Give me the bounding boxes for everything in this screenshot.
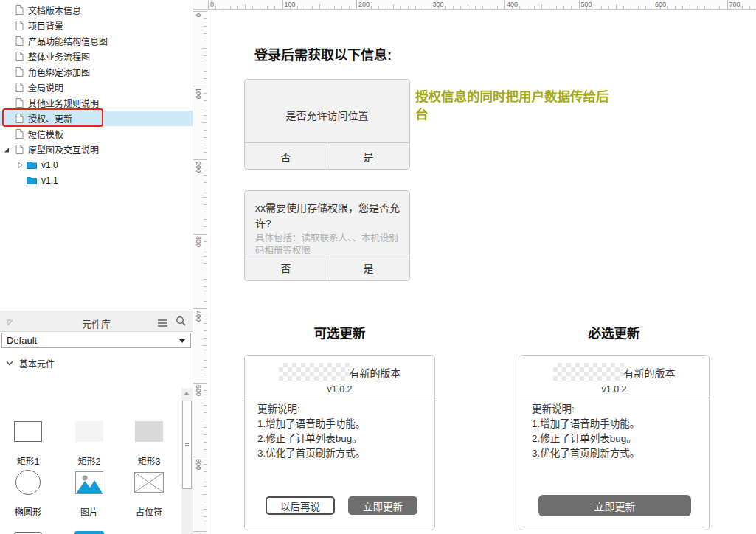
widget-thumbnail bbox=[15, 469, 41, 496]
tree-item-label: 文档版本信息 bbox=[28, 4, 81, 16]
library-select-dropdown[interactable]: Default bbox=[1, 333, 191, 348]
page-icon bbox=[14, 36, 24, 46]
widget-rect-light[interactable]: 矩形2 bbox=[61, 420, 117, 467]
location-permission-dialog[interactable]: 是否允许访问位置 否 是 bbox=[244, 79, 410, 170]
version-text: v1.0.2 bbox=[519, 384, 709, 395]
widget-thumbnail: BUTTON bbox=[14, 530, 42, 534]
note-line: 2.修正了订单列表bug。 bbox=[532, 431, 639, 446]
tree-item-8[interactable]: 短信模板 bbox=[0, 126, 193, 142]
widget-thumbnail bbox=[75, 420, 103, 443]
page-icon bbox=[14, 83, 24, 92]
page-icon bbox=[14, 129, 24, 139]
tree-item-3[interactable]: 整体业务流程图 bbox=[0, 49, 193, 64]
widget-thumbnail bbox=[14, 420, 42, 443]
search-icon[interactable] bbox=[176, 316, 186, 329]
note-line: 3.优化了首页刷新方式。 bbox=[257, 446, 365, 461]
dialog-body: xx需要使用存储权限，您是否允许? 具体包括：读取联系人、、本机设别码相册等权限 bbox=[245, 191, 409, 254]
tree-item-1[interactable]: 项目背景 bbox=[0, 18, 193, 33]
library-scrollbar[interactable] bbox=[181, 388, 193, 534]
olive-annotation-text[interactable]: 授权信息的同时把用户数据传给后台 bbox=[415, 88, 613, 123]
divider bbox=[519, 398, 709, 398]
widget-thumbnail bbox=[135, 420, 163, 443]
tree-item-label: 项目背景 bbox=[28, 19, 63, 32]
tree-item-label: v1.0 bbox=[41, 160, 58, 170]
no-button[interactable]: 否 bbox=[245, 254, 327, 280]
scroll-up-arrow-icon[interactable] bbox=[184, 392, 190, 395]
tree-collapsed-icon[interactable] bbox=[16, 162, 24, 169]
widget-ellipse[interactable]: 椭圆形 bbox=[0, 469, 56, 518]
widget-button-link[interactable]: BUTTON链接按钮 bbox=[121, 530, 177, 534]
update-now-button[interactable]: 立即更新 bbox=[538, 495, 691, 516]
optional-update-heading[interactable]: 可选更新 bbox=[244, 323, 435, 341]
tree-item-label: 原型图及交互说明 bbox=[28, 143, 99, 156]
tree-item-label: 角色绑定添加图 bbox=[28, 66, 90, 78]
tree-item-9[interactable]: 原型图及交互说明 bbox=[0, 142, 193, 157]
canvas-heading-text[interactable]: 登录后需获取以下信息: bbox=[254, 44, 392, 63]
section-basic-widgets[interactable]: 基本元件 bbox=[6, 357, 55, 370]
tree-item-label: 授权、更新 bbox=[28, 112, 72, 125]
scrollbar-grip bbox=[185, 442, 189, 450]
horizontal-ruler: 0100200300400500600700 bbox=[207, 0, 756, 10]
scrollbar-thumb[interactable] bbox=[182, 400, 192, 489]
vertical-ruler: 0100200300400500600700 bbox=[193, 10, 207, 534]
update-now-button[interactable]: 立即更新 bbox=[348, 496, 417, 515]
page-icon bbox=[14, 67, 24, 77]
tree-item-2[interactable]: 产品功能结构信息图 bbox=[0, 33, 193, 49]
folder-icon bbox=[27, 161, 37, 169]
ruler-corner bbox=[193, 0, 207, 10]
widget-thumbnail bbox=[75, 469, 103, 496]
new-version-text: 有新的版本 bbox=[624, 365, 676, 380]
widget-placeholder[interactable]: 占位符 bbox=[121, 469, 177, 518]
widget-image[interactable]: 图片 bbox=[61, 469, 117, 518]
tree-item-4[interactable]: 角色绑定添加图 bbox=[0, 64, 193, 80]
yes-button[interactable]: 是 bbox=[327, 254, 409, 280]
later-button[interactable]: 以后再说 bbox=[266, 496, 335, 515]
tree-item-11[interactable]: v1.1 bbox=[0, 173, 193, 188]
section-label: 基本元件 bbox=[19, 357, 55, 370]
widget-button-primary[interactable]: BUTTON主要按钮 bbox=[61, 530, 117, 534]
tree-item-label: 整体业务流程图 bbox=[28, 50, 90, 63]
folder-icon bbox=[27, 176, 37, 184]
widget-button-outline[interactable]: BUTTON按钮 bbox=[0, 530, 56, 534]
tree-item-0[interactable]: 文档版本信息 bbox=[0, 2, 193, 18]
widget-rect-gray[interactable]: 矩形3 bbox=[121, 420, 177, 467]
optional-update-dialog[interactable]: 有新的版本 v1.0.2 更新说明: 1.增加了语音助手功能。 2.修正了订单列… bbox=[244, 355, 435, 530]
tree-item-label: 其他业务规则说明 bbox=[28, 97, 99, 109]
update-title-row: 有新的版本 bbox=[519, 363, 709, 381]
tree-item-10[interactable]: v1.0 bbox=[0, 157, 193, 173]
no-button[interactable]: 否 bbox=[245, 143, 327, 169]
widget-thumbnail bbox=[134, 469, 164, 496]
tree-item-5[interactable]: 全局说明 bbox=[0, 80, 193, 95]
chevron-down-icon bbox=[6, 361, 13, 366]
note-line: 更新说明: bbox=[257, 402, 365, 417]
required-update-dialog[interactable]: 有新的版本 v1.0.2 更新说明: 1.增加了语音助手功能。 2.修正了订单列… bbox=[519, 355, 710, 530]
yes-button[interactable]: 是 bbox=[327, 143, 409, 169]
note-line: 1.增加了语音助手功能。 bbox=[532, 417, 639, 431]
tree-item-7[interactable]: 授权、更新 bbox=[0, 111, 193, 126]
panel-menu-icon[interactable] bbox=[158, 316, 167, 330]
dialog-message: 是否允许访问位置 bbox=[245, 108, 409, 122]
tree-item-label: v1.1 bbox=[41, 176, 58, 186]
tree-expanded-icon[interactable] bbox=[3, 146, 10, 153]
storage-permission-dialog[interactable]: xx需要使用存储权限，您是否允许? 具体包括：读取联系人、、本机设别码相册等权限… bbox=[244, 190, 410, 281]
widget-label: 椭圆形 bbox=[15, 505, 41, 518]
tree-item-label: 短信模板 bbox=[28, 128, 63, 140]
page-icon bbox=[14, 5, 24, 15]
version-text: v1.0.2 bbox=[245, 384, 434, 395]
update-notes: 更新说明: 1.增加了语音助手功能。 2.修正了订单列表bug。 3.优化了首页… bbox=[257, 402, 365, 461]
widget-library-body: 基本元件 矩形1矩形2矩形3椭圆形图片占位符BUTTON按钮BUTTON主要按钮… bbox=[0, 350, 193, 534]
tree-item-6[interactable]: 其他业务规则说明 bbox=[0, 95, 193, 111]
note-line: 更新说明: bbox=[532, 402, 639, 417]
library-select-value: Default bbox=[7, 335, 37, 346]
required-update-heading[interactable]: 必选更新 bbox=[519, 323, 710, 341]
new-version-text: 有新的版本 bbox=[350, 365, 401, 380]
widget-rect-outline[interactable]: 矩形1 bbox=[0, 420, 56, 467]
widget-label: 矩形1 bbox=[17, 454, 40, 467]
axure-editor-window: 文档版本信息项目背景产品功能结构信息图整体业务流程图角色绑定添加图全局说明其他业… bbox=[0, 0, 756, 534]
blurred-app-name bbox=[279, 363, 350, 381]
widget-thumbnail: BUTTON bbox=[138, 530, 161, 534]
left-sidebar: 文档版本信息项目背景产品功能结构信息图整体业务流程图角色绑定添加图全局说明其他业… bbox=[0, 0, 193, 534]
dialog-button-row: 否 是 bbox=[245, 142, 409, 169]
page-icon bbox=[14, 98, 24, 108]
page-icon bbox=[14, 145, 24, 154]
